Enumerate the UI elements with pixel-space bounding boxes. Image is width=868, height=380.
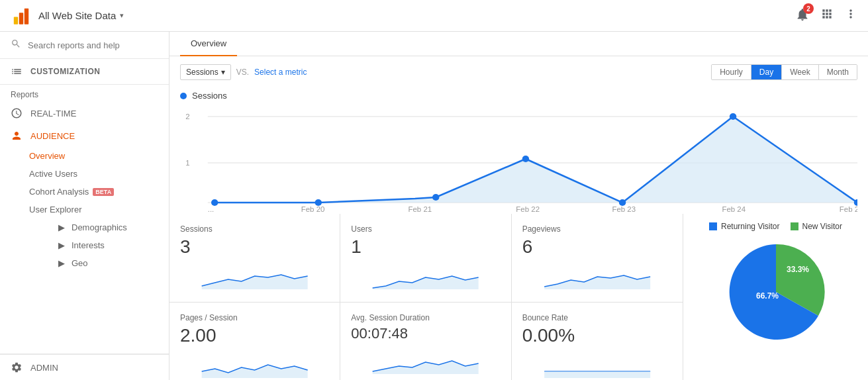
- pie-chart: 66.7% 33.3%: [723, 239, 829, 345]
- sessions-dropdown-arrow: ▾: [221, 68, 225, 77]
- apps-button[interactable]: [820, 7, 834, 24]
- topbar-icons: 2: [795, 7, 857, 24]
- svg-marker-28: [373, 361, 479, 374]
- metric-bounce-rate: Bounce Rate 0.00%: [512, 303, 683, 380]
- svg-point-12: [432, 194, 439, 201]
- search-icon: [11, 38, 21, 52]
- line-chart: 2 1: [180, 106, 857, 214]
- sidebar-item-audience[interactable]: AUDIENCE: [0, 124, 169, 147]
- subnav-overview[interactable]: Overview: [29, 147, 169, 165]
- account-name: All Web Site Data: [38, 10, 116, 21]
- customization-icon: [11, 66, 23, 77]
- sessions-label: Sessions: [186, 68, 218, 77]
- admin-label: ADMIN: [30, 363, 58, 373]
- svg-text:Feb 23: Feb 23: [612, 205, 636, 212]
- svg-rect-2: [19, 13, 23, 24]
- customization-item[interactable]: CUSTOMIZATION: [0, 59, 169, 85]
- sessions-mini-chart: [180, 263, 329, 289]
- metric-pages-label: Pages / Session: [180, 313, 329, 322]
- metric-bounce-value: 0.00%: [522, 325, 672, 346]
- metric-pageviews-value: 6: [522, 236, 672, 258]
- search-input[interactable]: [28, 40, 158, 50]
- metric-sessions: Sessions 3: [169, 214, 340, 303]
- week-button[interactable]: Week: [782, 65, 818, 79]
- admin-icon: [11, 361, 23, 373]
- metric-avg-session: Avg. Session Duration 00:07:48: [340, 303, 511, 380]
- realtime-label: REAL-TIME: [30, 109, 76, 119]
- svg-text:...: ...: [208, 205, 215, 212]
- svg-rect-1: [14, 17, 18, 24]
- metric-pageviews: Pageviews 6: [512, 214, 683, 303]
- month-button[interactable]: Month: [819, 65, 857, 79]
- site-selector[interactable]: All Web Site Data ▾: [38, 10, 124, 21]
- metric-avg-value: 00:07:48: [351, 325, 500, 342]
- pageviews-mini-chart: [522, 263, 672, 289]
- sidebar-item-realtime[interactable]: REAL-TIME: [0, 102, 169, 124]
- bounce-rate-mini-chart: [522, 352, 672, 378]
- metric-pages-per-session: Pages / Session 2.00: [169, 303, 340, 380]
- more-options-button[interactable]: [844, 7, 857, 24]
- returning-label: Returning Visitor: [721, 222, 780, 231]
- tab-overview[interactable]: Overview: [180, 32, 237, 56]
- returning-legend-item: Returning Visitor: [709, 222, 780, 231]
- chart-controls: Sessions ▾ VS. Select a metric Hourly Da…: [169, 56, 868, 80]
- subnav-interests[interactable]: ▶ Interests: [29, 236, 169, 254]
- subnav-active-users[interactable]: Active Users: [29, 165, 169, 183]
- time-period-buttons: Hourly Day Week Month: [711, 64, 857, 80]
- new-label: New Visitor: [802, 222, 842, 231]
- account-dropdown-arrow: ▾: [120, 11, 124, 20]
- audience-icon: [11, 130, 23, 142]
- sessions-legend-dot: [180, 93, 187, 99]
- hourly-button[interactable]: Hourly: [712, 65, 751, 79]
- topbar: All Web Site Data ▾ 2: [0, 0, 868, 32]
- svg-text:33.3%: 33.3%: [787, 265, 809, 274]
- sessions-legend-label: Sessions: [192, 91, 227, 101]
- realtime-icon: [11, 107, 23, 119]
- subnav-cohort-analysis[interactable]: Cohort Analysis BETA: [29, 183, 169, 201]
- metric-pages-value: 2.00: [180, 325, 329, 346]
- customization-label: CUSTOMIZATION: [30, 67, 100, 76]
- subnav-demographics[interactable]: ▶ Demographics: [29, 218, 169, 236]
- returning-legend-color: [709, 222, 717, 230]
- svg-point-15: [730, 113, 736, 120]
- users-mini-chart: [351, 263, 500, 289]
- pages-session-mini-chart: [180, 352, 329, 378]
- metrics-section: Sessions 3 Users 1: [169, 214, 868, 380]
- svg-marker-30: [544, 371, 650, 378]
- sidebar-item-admin[interactable]: ADMIN: [0, 354, 169, 380]
- svg-marker-25: [373, 276, 479, 289]
- svg-text:Feb 21: Feb 21: [408, 205, 432, 212]
- sidebar: CUSTOMIZATION Reports REAL-TIME AUDIENCE…: [0, 32, 169, 380]
- metric-bounce-label: Bounce Rate: [522, 313, 672, 322]
- search-bar[interactable]: [0, 32, 169, 59]
- apps-icon: [820, 7, 834, 21]
- notification-button[interactable]: 2: [795, 7, 810, 24]
- metric-sessions-value: 3: [180, 236, 329, 258]
- metric-users: Users 1: [340, 214, 511, 303]
- new-legend-item: New Visitor: [791, 222, 842, 231]
- reports-label: Reports: [0, 85, 169, 102]
- metric-pageviews-label: Pageviews: [522, 224, 672, 234]
- notification-badge: 2: [803, 3, 814, 14]
- vs-label: VS.: [236, 68, 249, 77]
- svg-text:Feb 24: Feb 24: [722, 205, 746, 212]
- day-button[interactable]: Day: [751, 65, 782, 79]
- svg-text:1: 1: [185, 159, 189, 167]
- audience-subnav: Overview Active Users Cohort Analysis BE…: [0, 147, 169, 272]
- chart-area: Sessions 2 1: [169, 80, 868, 214]
- select-metric-link[interactable]: Select a metric: [254, 68, 307, 77]
- subnav-geo[interactable]: ▶ Geo: [29, 254, 169, 272]
- tab-bar: Overview: [169, 32, 868, 56]
- metric-avg-label: Avg. Session Duration: [351, 313, 500, 322]
- ga-logo: [11, 5, 32, 26]
- svg-text:2: 2: [185, 113, 189, 120]
- svg-point-13: [522, 156, 529, 162]
- pie-chart-section: Returning Visitor New Visitor: [683, 214, 868, 380]
- subnav-user-explorer[interactable]: User Explorer: [29, 201, 169, 218]
- chart-legend: Sessions: [180, 91, 857, 101]
- metric-users-value: 1: [351, 236, 500, 258]
- svg-text:Feb 22: Feb 22: [516, 205, 540, 212]
- new-legend-color: [791, 222, 798, 230]
- sessions-metric-select[interactable]: Sessions ▾: [180, 64, 231, 80]
- svg-text:Feb 25: Feb 25: [840, 205, 857, 212]
